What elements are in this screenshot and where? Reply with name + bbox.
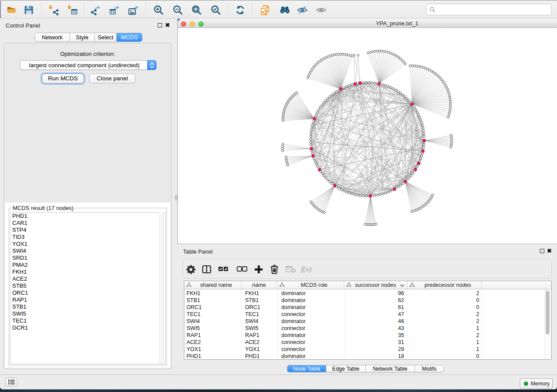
table-row[interactable]: YOX1YOX1connector291 [184,346,551,353]
import-table-icon[interactable] [66,4,79,16]
refresh-icon[interactable] [234,4,246,16]
table-row[interactable]: TEC1TEC1connector472 [184,311,551,318]
table-cell: PHD1 [241,353,277,360]
add-icon[interactable] [253,263,265,275]
control-panel-close-icon[interactable]: ✖ [165,23,170,28]
tab-select[interactable]: Select [95,33,117,41]
columns-icon[interactable] [201,263,213,275]
table-panel-float-icon[interactable] [540,249,544,253]
table-cell: 46 [344,318,408,325]
function-icon[interactable]: f(x) [300,263,312,275]
result-node-item[interactable]: RAP1 [10,296,165,303]
vertical-splitter-handle[interactable] [175,195,177,200]
run-mcds-button[interactable]: Run MCDS [42,74,84,83]
chevron-down-icon [400,281,405,289]
control-panel-float-icon[interactable] [158,23,162,28]
result-node-item[interactable]: PMA2 [10,261,165,268]
result-node-item[interactable]: SWI4 [10,248,165,254]
unselect-all-icon[interactable] [236,263,248,275]
column-header-shared-name[interactable]: shared name [184,281,241,289]
tab-mcds[interactable]: MCDS [117,33,142,41]
window-minimize-traffic-icon[interactable] [190,21,195,27]
result-list-scrollbar[interactable] [159,212,164,364]
table-row[interactable]: PHD1PHD1dominator180 [184,353,551,360]
export-table-icon[interactable] [108,4,121,16]
tab-edge-table[interactable]: Edge Table [326,365,366,372]
table-row[interactable]: STB1STB1dominator620 [184,297,551,304]
table-row[interactable]: ACE2ACE2connector311 [184,339,551,346]
tab-node-table[interactable]: Node Table [287,365,326,372]
binoculars-icon[interactable] [279,4,291,16]
window-zoom-traffic-icon[interactable] [198,21,204,27]
table-cell: 61 [344,304,408,311]
table-row[interactable]: ORC1ORC1dominator610 [184,304,551,311]
import-network-icon[interactable] [48,4,60,16]
table-row[interactable]: RAP1RAP1dominator352 [184,332,551,339]
column-header-MCDS-role[interactable]: MCDS role [277,281,344,289]
network-canvas[interactable] [178,28,557,244]
table-panel-tabs: Node TableEdge TableNetwork TableMotifs [287,365,444,372]
result-node-item[interactable]: ACE2 [10,275,165,282]
table-scrollbar[interactable] [544,290,551,359]
right-region: YPA_prune.txt_1 Table Panel ✖ f(x) share… [175,18,557,375]
trash-icon[interactable] [268,263,280,275]
delete-table-icon[interactable] [284,263,297,275]
export-image-icon[interactable] [128,4,140,16]
toolbar-separator [145,3,146,16]
result-node-item[interactable]: CAR1 [10,220,165,227]
tab-network-table[interactable]: Network Table [366,365,415,372]
panel-menu-button[interactable] [5,378,17,386]
export-network-icon[interactable] [90,4,102,16]
result-node-item[interactable]: SRD1 [10,254,165,261]
hide-eye-icon[interactable] [296,4,308,16]
table-row[interactable]: SWI5SWI5connector431 [184,325,551,332]
mcds-result-panel: MCDS result (17 nodes) PHD1CAR1STP4TID3Y… [5,203,170,368]
criterion-dropdown[interactable]: largest connected component (undirected) [20,60,156,70]
result-node-item[interactable]: STB5 [10,282,165,289]
close-panel-button[interactable]: Close panel [89,74,135,83]
zoom-in-icon[interactable] [152,4,165,16]
zoom-fit-icon[interactable] [190,4,203,16]
table-cell: YOX1 [184,346,241,353]
dropdown-stepper-icon [147,60,156,70]
result-node-item[interactable]: ORC1 [10,289,165,296]
copy-network-icon[interactable] [259,4,272,16]
table-panel-close-icon[interactable]: ✖ [547,248,552,254]
window-close-traffic-icon[interactable] [181,21,186,27]
result-node-item[interactable]: PHD1 [10,213,165,220]
result-node-item[interactable]: SWI5 [10,310,165,317]
table-scrollbar-thumb[interactable] [546,291,550,334]
zoom-selected-icon[interactable] [210,4,222,16]
column-header-name[interactable]: name [241,281,277,289]
table-cell: ACE2 [184,339,241,346]
network-view-frame: YPA_prune.txt_1 [177,19,557,244]
zoom-out-icon[interactable] [172,4,184,16]
select-all-icon[interactable] [217,263,229,275]
result-node-item[interactable]: STB1 [10,303,165,310]
show-eye-icon[interactable] [315,4,327,16]
network-window-titlebar[interactable]: YPA_prune.txt_1 [178,19,557,28]
table-toolbar: f(x) [183,259,552,279]
open-folder-icon[interactable] [6,4,18,16]
table-row[interactable]: FKH1FKH1dominator962 [184,290,551,297]
tab-motifs[interactable]: Motifs [415,365,443,372]
table-cell: 62 [344,297,408,304]
result-node-item[interactable]: TID3 [10,234,165,241]
result-node-item[interactable]: YOX1 [10,241,165,248]
memory-button[interactable]: Memory [520,378,553,389]
mcds-result-list[interactable]: PHD1CAR1STP4TID3YOX1SWI4SRD1PMA2FKH1ACE2… [10,212,166,364]
result-node-item[interactable]: FKH1 [10,268,165,275]
result-node-item[interactable]: STP4 [10,227,165,234]
save-icon[interactable] [23,4,35,16]
tab-network[interactable]: Network [35,33,70,41]
gear-icon[interactable] [185,263,197,275]
result-node-item[interactable]: GCR1 [10,324,165,331]
search-input[interactable] [438,4,549,14]
table-cell: 0 [408,304,481,311]
table-panel-title: Table Panel [183,248,213,255]
tab-style[interactable]: Style [70,33,95,41]
table-row[interactable]: SWI4SWI4dominator462 [184,318,551,325]
result-node-item[interactable]: TEC1 [10,317,165,324]
column-header-successor-nodes[interactable]: successor nodes [344,281,408,289]
column-header-predecessor-nodes[interactable]: predecessor nodes [408,281,481,289]
